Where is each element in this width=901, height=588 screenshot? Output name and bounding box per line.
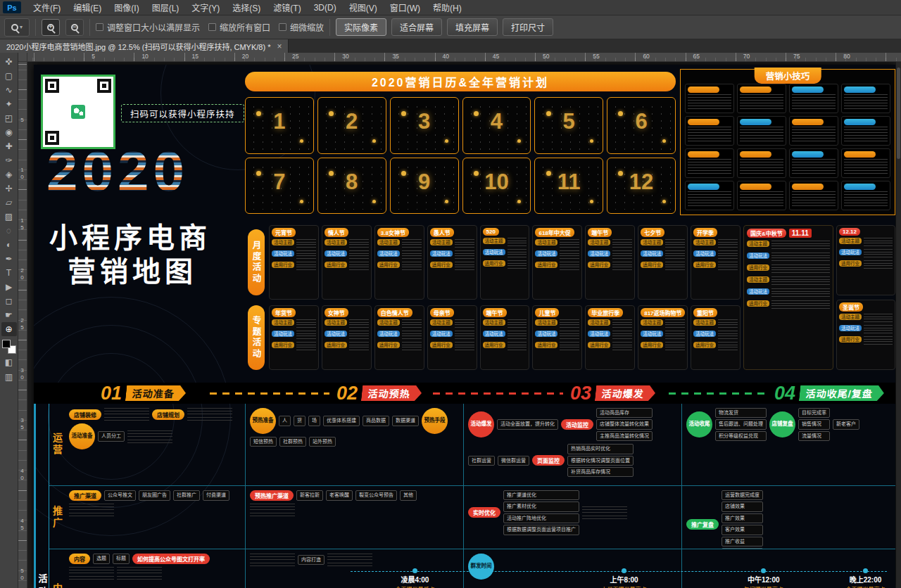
text-lines (864, 260, 893, 269)
tag-row: 适用行业 (588, 262, 632, 271)
fill-screen-button[interactable]: 填充屏幕 (447, 18, 498, 36)
checkbox-box-zoom-all-windows[interactable] (208, 23, 216, 31)
menu-select[interactable]: 选择(S) (226, 0, 267, 15)
lasso-tool-icon[interactable]: ∿ (1, 83, 17, 97)
timeline-station: 晚上22:00全天曝光最高点 (846, 568, 886, 588)
tag-row: 活动玩法 (588, 250, 632, 260)
flow-cell: 预热推广渠道新客拉新老客唤醒裂变公众号预告其他 (245, 485, 463, 549)
tag-row: 适用行业 (641, 262, 685, 271)
fit-screen-button[interactable]: 适合屏幕 (391, 18, 442, 36)
checkbox-resize-windows[interactable]: 调整窗口大小以满屏显示 (96, 21, 200, 33)
eraser-tool-icon[interactable]: ▱ (1, 196, 17, 210)
event-title: 开学季 (693, 228, 717, 237)
current-tool-preset[interactable]: ▾ (4, 18, 30, 37)
foreground-color-swatch[interactable] (2, 340, 11, 348)
text-lines (771, 264, 830, 274)
ruler-mark: 40 (19, 468, 25, 482)
ruler-mark: 80 (843, 53, 850, 60)
flow-node: 短信预热 (250, 437, 277, 447)
checkbox-box-resize-windows[interactable] (96, 23, 103, 31)
healing-brush-tool-icon[interactable]: ✚ (1, 139, 17, 153)
checkbox-zoom-all-windows[interactable]: 缩放所有窗口 (208, 21, 270, 33)
tag-pill: 适用行业 (430, 262, 453, 268)
menu-image[interactable]: 图像(I) (108, 0, 145, 15)
text-lines (771, 300, 830, 309)
text-lines (612, 319, 632, 328)
menu-3d[interactable]: 3D(D) (308, 0, 343, 15)
canvas-area[interactable]: 扫码可以获得小程序扶持 2020 小程序电商 营销地图 2020营销日历&全年营… (27, 62, 901, 588)
tag-row: 活动主题 (377, 319, 422, 328)
tip-header-pill (688, 151, 719, 158)
screen-mode-icon[interactable]: ▥ (1, 370, 17, 384)
calendar-banner: 2020营销日历&全年营销计划 (245, 72, 676, 91)
menu-help[interactable]: 帮助(H) (427, 0, 468, 15)
calendar-month-12: 12 (607, 158, 676, 215)
ruler-mark: 55 (593, 53, 599, 60)
move-tool-icon[interactable]: ✜ (1, 55, 17, 69)
flow-node: 活动全面放置，提升转化 (497, 419, 558, 429)
event-card: 七夕节活动主题活动玩法适用行业 (638, 225, 688, 300)
flow-cell: 活动收尾物流发货售后跟进、问题处理积分等级权益兑现店铺复盘目标完成率销售情况流量… (681, 404, 895, 485)
tool-options-bar: ▾ + − 调整窗口大小以满屏显示缩放所有窗口细微缩放 实际像素适合屏幕填充屏幕… (0, 15, 901, 39)
clone-stamp-tool-icon[interactable]: ◈ (1, 167, 17, 181)
tip-header-pill (844, 184, 876, 190)
shape-tool-icon[interactable]: ◻ (1, 294, 17, 308)
menu-view[interactable]: 视图(V) (343, 0, 384, 15)
menu-type[interactable]: 文字(Y) (185, 0, 226, 15)
node-cluster: 实时优化推广渠道优化推广素材优化活动推广阵地优化根据数据调整页面运营项目推广 (468, 490, 677, 535)
text-lines (864, 314, 893, 323)
crop-tool-icon[interactable]: ◰ (1, 111, 17, 125)
flow-node: 补货商品库存情况 (567, 467, 634, 477)
text-lines (349, 331, 369, 340)
blur-tool-icon[interactable]: ◌ (1, 224, 17, 238)
flow-node: 内容 (69, 554, 90, 564)
gradient-tool-icon[interactable]: ▨ (1, 210, 17, 224)
brush-tool-icon[interactable]: ✑ (1, 153, 17, 167)
tag-row: 活动主题 (693, 239, 738, 248)
menu-edit[interactable]: 编辑(E) (67, 0, 108, 15)
dodge-tool-icon[interactable]: ◐ (1, 238, 17, 252)
timeline-station: 凌晨4:00全天曝光最低点 (395, 568, 434, 588)
scrollbar-thumb[interactable] (897, 68, 900, 159)
zoom-in-button[interactable]: + (42, 19, 60, 36)
tools-panel: ✜▢∿✦◰◉✚✑◈✢▱▨◌◐✒T▶◻☛⊕ ◧ ▥ (0, 53, 18, 588)
history-brush-tool-icon[interactable]: ✢ (1, 181, 17, 196)
flow-node: 目标完成率 (798, 408, 830, 418)
document-tab[interactable]: 2020小程序电商营销地图.jpg @ 12.5% (扫码可以获得小程序扶持, … (0, 39, 289, 53)
tag-row: 活动玩法 (430, 250, 474, 260)
eyedropper-tool-icon[interactable]: ◉ (1, 125, 17, 139)
zoom-out-button[interactable]: − (65, 19, 84, 36)
event-title: 情人节 (325, 228, 348, 237)
menu-window[interactable]: 窗口(W) (384, 0, 427, 15)
tip-card-7 (789, 116, 838, 146)
flow-node: 客户效果 (722, 525, 763, 535)
color-swatches[interactable] (1, 339, 17, 354)
tag-pill: 适用行业 (272, 262, 294, 268)
tab-close-icon[interactable]: × (277, 41, 282, 51)
zoom-tool-icon[interactable]: ⊕ (1, 322, 17, 336)
type-tool-icon[interactable]: T (1, 266, 17, 280)
flow-node: 数据渠道 (392, 416, 419, 426)
flow-node: 店铺规划 (152, 409, 184, 420)
pen-tool-icon[interactable]: ✒ (1, 252, 17, 266)
text-lines (844, 159, 888, 175)
text-lines (508, 238, 527, 247)
actual-pixels-button[interactable]: 实际像素 (336, 18, 386, 36)
checkbox-scrubby-zoom[interactable]: 细微缩放 (279, 21, 324, 33)
marquee-tool-icon[interactable]: ▢ (1, 69, 17, 83)
checkbox-box-scrubby-zoom[interactable] (279, 23, 286, 31)
zoom-in-icon: + (47, 24, 54, 31)
quick-select-tool-icon[interactable]: ✦ (1, 97, 17, 111)
text-lines (349, 239, 369, 248)
menu-filter[interactable]: 滤镜(T) (267, 0, 307, 15)
tip-card-3 (789, 84, 838, 113)
print-size-button[interactable]: 打印尺寸 (503, 18, 553, 36)
hand-tool-icon[interactable]: ☛ (1, 308, 17, 322)
tip-card-6 (737, 116, 786, 146)
menu-file[interactable]: 文件(F) (27, 0, 67, 15)
path-select-tool-icon[interactable]: ▶ (1, 280, 17, 294)
menu-layer[interactable]: 图层(L) (146, 0, 186, 15)
quick-mask-icon[interactable]: ◧ (1, 355, 17, 369)
tag-row: 活动主题 (272, 319, 316, 328)
vertical-scrollbar[interactable] (896, 62, 901, 588)
